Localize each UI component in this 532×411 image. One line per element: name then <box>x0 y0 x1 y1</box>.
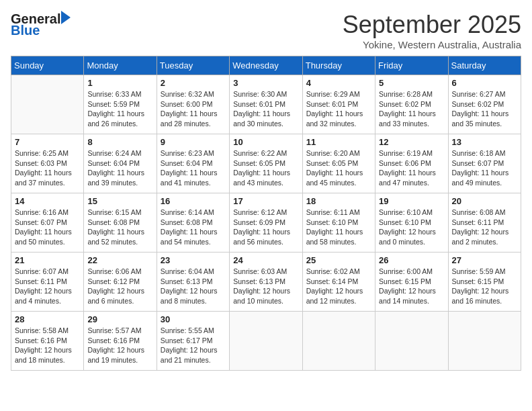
day-number: 21 <box>15 255 80 265</box>
calendar-cell: 28Sunrise: 5:58 AM Sunset: 6:16 PM Dayli… <box>11 312 84 371</box>
calendar-cell: 24Sunrise: 6:03 AM Sunset: 6:13 PM Dayli… <box>230 253 302 312</box>
calendar-header-monday: Monday <box>84 56 157 75</box>
logo-blue-text: Blue <box>11 24 73 37</box>
calendar-cell: 7Sunrise: 6:25 AM Sunset: 6:03 PM Daylig… <box>11 134 84 193</box>
calendar-cell: 8Sunrise: 6:24 AM Sunset: 6:04 PM Daylig… <box>84 134 157 193</box>
day-number: 18 <box>306 196 371 206</box>
day-info: Sunrise: 5:57 AM Sunset: 6:16 PM Dayligh… <box>87 326 152 365</box>
month-title: September 2025 <box>343 11 521 39</box>
day-info: Sunrise: 6:22 AM Sunset: 6:05 PM Dayligh… <box>233 148 298 188</box>
calendar-cell <box>448 312 521 371</box>
calendar-cell: 29Sunrise: 5:57 AM Sunset: 6:16 PM Dayli… <box>84 312 157 371</box>
day-info: Sunrise: 6:30 AM Sunset: 6:01 PM Dayligh… <box>233 89 298 129</box>
day-number: 19 <box>379 196 444 206</box>
day-info: Sunrise: 6:07 AM Sunset: 6:11 PM Dayligh… <box>15 267 80 306</box>
day-info: Sunrise: 6:23 AM Sunset: 6:04 PM Dayligh… <box>161 148 226 188</box>
day-number: 11 <box>306 137 371 147</box>
day-info: Sunrise: 6:16 AM Sunset: 6:07 PM Dayligh… <box>15 208 80 247</box>
day-info: Sunrise: 6:08 AM Sunset: 6:11 PM Dayligh… <box>452 208 517 247</box>
day-info: Sunrise: 6:10 AM Sunset: 6:10 PM Dayligh… <box>379 208 444 247</box>
calendar-cell <box>230 312 302 371</box>
day-number: 17 <box>233 196 298 206</box>
day-info: Sunrise: 6:12 AM Sunset: 6:09 PM Dayligh… <box>233 208 298 247</box>
calendar-cell: 30Sunrise: 5:55 AM Sunset: 6:17 PM Dayli… <box>157 312 229 371</box>
calendar-cell: 22Sunrise: 6:06 AM Sunset: 6:12 PM Dayli… <box>84 253 157 312</box>
calendar-cell: 12Sunrise: 6:19 AM Sunset: 6:06 PM Dayli… <box>375 134 448 193</box>
calendar-cell: 10Sunrise: 6:22 AM Sunset: 6:05 PM Dayli… <box>230 134 302 193</box>
day-number: 13 <box>452 137 517 147</box>
day-info: Sunrise: 6:06 AM Sunset: 6:12 PM Dayligh… <box>87 267 152 306</box>
calendar-cell: 16Sunrise: 6:14 AM Sunset: 6:08 PM Dayli… <box>157 193 229 253</box>
subtitle: Yokine, Western Australia, Australia <box>343 39 521 50</box>
day-number: 8 <box>87 137 152 147</box>
day-info: Sunrise: 6:25 AM Sunset: 6:03 PM Dayligh… <box>15 148 80 188</box>
day-number: 5 <box>379 78 444 88</box>
calendar-cell <box>11 75 84 134</box>
day-number: 28 <box>15 314 80 324</box>
day-info: Sunrise: 6:04 AM Sunset: 6:13 PM Dayligh… <box>161 267 226 306</box>
calendar-cell: 6Sunrise: 6:27 AM Sunset: 6:02 PM Daylig… <box>448 75 521 134</box>
calendar-header-wednesday: Wednesday <box>230 56 302 75</box>
calendar-cell: 5Sunrise: 6:28 AM Sunset: 6:02 PM Daylig… <box>375 75 448 134</box>
calendar-cell: 21Sunrise: 6:07 AM Sunset: 6:11 PM Dayli… <box>11 253 84 312</box>
day-number: 23 <box>161 255 226 265</box>
day-info: Sunrise: 6:24 AM Sunset: 6:04 PM Dayligh… <box>87 148 152 188</box>
day-number: 25 <box>306 255 371 265</box>
day-info: Sunrise: 5:55 AM Sunset: 6:17 PM Dayligh… <box>161 326 226 365</box>
day-number: 16 <box>161 196 226 206</box>
calendar-header-tuesday: Tuesday <box>157 56 229 75</box>
day-info: Sunrise: 6:32 AM Sunset: 6:00 PM Dayligh… <box>161 89 226 129</box>
day-info: Sunrise: 6:29 AM Sunset: 6:01 PM Dayligh… <box>306 89 371 129</box>
day-number: 30 <box>161 314 226 324</box>
calendar-week-3: 14Sunrise: 6:16 AM Sunset: 6:07 PM Dayli… <box>11 193 521 253</box>
logo: General Blue <box>11 11 73 37</box>
calendar-cell: 4Sunrise: 6:29 AM Sunset: 6:01 PM Daylig… <box>302 75 375 134</box>
calendar-header-saturday: Saturday <box>448 56 521 75</box>
day-number: 22 <box>87 255 152 265</box>
calendar-header-sunday: Sunday <box>11 56 84 75</box>
calendar-cell: 1Sunrise: 6:33 AM Sunset: 5:59 PM Daylig… <box>84 75 157 134</box>
day-info: Sunrise: 5:59 AM Sunset: 6:15 PM Dayligh… <box>452 267 517 306</box>
day-number: 15 <box>87 196 152 206</box>
calendar-cell: 20Sunrise: 6:08 AM Sunset: 6:11 PM Dayli… <box>448 193 521 253</box>
day-number: 26 <box>379 255 444 265</box>
day-number: 4 <box>306 78 371 88</box>
day-number: 29 <box>87 314 152 324</box>
day-info: Sunrise: 6:14 AM Sunset: 6:08 PM Dayligh… <box>161 208 226 247</box>
calendar-cell: 23Sunrise: 6:04 AM Sunset: 6:13 PM Dayli… <box>157 253 229 312</box>
day-info: Sunrise: 6:27 AM Sunset: 6:02 PM Dayligh… <box>452 89 517 129</box>
day-number: 3 <box>233 78 298 88</box>
day-info: Sunrise: 6:15 AM Sunset: 6:08 PM Dayligh… <box>87 208 152 247</box>
day-info: Sunrise: 6:19 AM Sunset: 6:06 PM Dayligh… <box>379 148 444 188</box>
day-number: 14 <box>15 196 80 206</box>
calendar-week-2: 7Sunrise: 6:25 AM Sunset: 6:03 PM Daylig… <box>11 134 521 193</box>
calendar-cell <box>375 312 448 371</box>
day-number: 24 <box>233 255 298 265</box>
header: General Blue September 2025 Yokine, West… <box>11 11 521 50</box>
calendar-cell: 26Sunrise: 6:00 AM Sunset: 6:15 PM Dayli… <box>375 253 448 312</box>
day-number: 6 <box>452 78 517 88</box>
day-info: Sunrise: 6:02 AM Sunset: 6:14 PM Dayligh… <box>306 267 371 306</box>
day-number: 7 <box>15 137 80 147</box>
calendar-cell: 11Sunrise: 6:20 AM Sunset: 6:05 PM Dayli… <box>302 134 375 193</box>
calendar-header-row: SundayMondayTuesdayWednesdayThursdayFrid… <box>11 56 521 75</box>
calendar-cell: 3Sunrise: 6:30 AM Sunset: 6:01 PM Daylig… <box>230 75 302 134</box>
calendar-cell: 15Sunrise: 6:15 AM Sunset: 6:08 PM Dayli… <box>84 193 157 253</box>
day-info: Sunrise: 6:33 AM Sunset: 5:59 PM Dayligh… <box>87 89 152 129</box>
calendar-cell: 25Sunrise: 6:02 AM Sunset: 6:14 PM Dayli… <box>302 253 375 312</box>
calendar-cell: 17Sunrise: 6:12 AM Sunset: 6:09 PM Dayli… <box>230 193 302 253</box>
day-number: 9 <box>161 137 226 147</box>
calendar-week-1: 1Sunrise: 6:33 AM Sunset: 5:59 PM Daylig… <box>11 75 521 134</box>
calendar-cell: 9Sunrise: 6:23 AM Sunset: 6:04 PM Daylig… <box>157 134 229 193</box>
day-info: Sunrise: 6:11 AM Sunset: 6:10 PM Dayligh… <box>306 208 371 247</box>
calendar-cell: 27Sunrise: 5:59 AM Sunset: 6:15 PM Dayli… <box>448 253 521 312</box>
day-number: 10 <box>233 137 298 147</box>
day-number: 2 <box>161 78 226 88</box>
day-number: 1 <box>87 78 152 88</box>
calendar-table: SundayMondayTuesdayWednesdayThursdayFrid… <box>11 56 521 371</box>
day-info: Sunrise: 6:00 AM Sunset: 6:15 PM Dayligh… <box>379 267 444 306</box>
calendar-week-4: 21Sunrise: 6:07 AM Sunset: 6:11 PM Dayli… <box>11 253 521 312</box>
day-info: Sunrise: 6:18 AM Sunset: 6:07 PM Dayligh… <box>452 148 517 188</box>
day-number: 20 <box>452 196 517 206</box>
calendar-cell <box>302 312 375 371</box>
